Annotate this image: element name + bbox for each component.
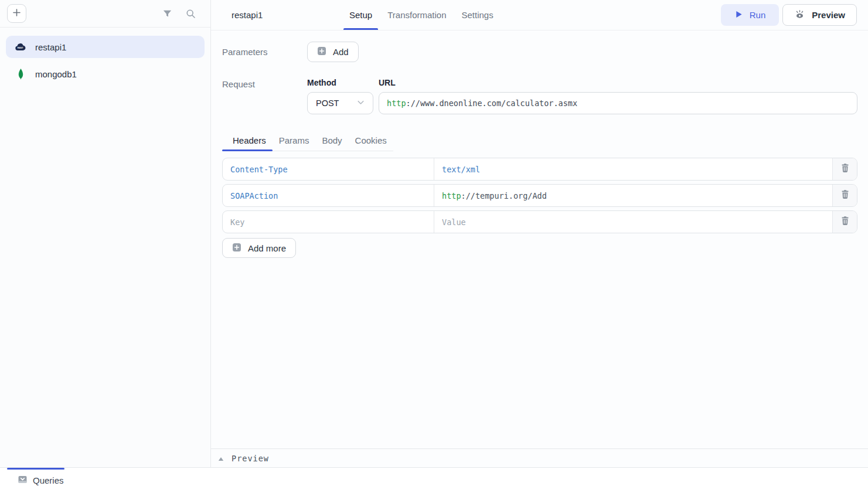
value-scheme: http (442, 191, 461, 200)
url-label: URL (379, 78, 857, 87)
rest-api-cloud-icon: REST (14, 43, 27, 52)
sidebar-item-label: restapi1 (35, 42, 66, 52)
header-key-input[interactable] (223, 217, 434, 227)
header-value-field (434, 211, 833, 233)
active-bottom-tab-indicator (7, 468, 64, 470)
subtab-headers[interactable]: Headers (222, 130, 273, 151)
request-fields: Method POST URL http://www.dne (307, 78, 857, 114)
filter-icon[interactable] (161, 8, 173, 19)
url-scheme: http (387, 98, 406, 108)
query-list: REST restapi1 mongodb1 (0, 28, 210, 93)
trash-icon (840, 216, 850, 228)
preview-panel-label: Preview (232, 454, 269, 463)
plus-icon (12, 8, 21, 19)
run-button[interactable]: Run (721, 4, 780, 26)
sidebar-item-restapi1[interactable]: REST restapi1 (6, 36, 205, 58)
add-parameter-label: Add (333, 47, 349, 57)
queries-tray-icon (18, 475, 28, 487)
trash-icon (840, 189, 850, 202)
subtab-cookies[interactable]: Cookies (349, 130, 393, 151)
page-title: restapi1 (232, 0, 343, 30)
bottom-tab-queries[interactable]: Queries (33, 475, 64, 485)
add-more-button[interactable]: Add more (222, 238, 296, 258)
header-row-2: SOAPAction http://tempuri.org/Add (222, 184, 857, 207)
url-group: URL http://www.dneonline.com/calculator.… (379, 78, 857, 114)
mongodb-leaf-icon (14, 67, 27, 81)
header-row-1: Content-Type text/xml (222, 158, 857, 181)
sidebar-item-label: mongodb1 (35, 69, 77, 79)
subtab-params[interactable]: Params (273, 130, 316, 151)
header-value-input[interactable] (434, 217, 832, 227)
header-key-field (223, 211, 434, 233)
header-key-field[interactable]: Content-Type (223, 158, 434, 180)
eye-icon (794, 9, 805, 21)
play-icon (734, 10, 743, 21)
run-button-label: Run (750, 10, 766, 20)
header-actions: Run Preview (721, 0, 857, 30)
parameters-row: Parameters Add (222, 42, 857, 62)
add-more-wrap: Add more (222, 238, 857, 258)
preview-button-label: Preview (812, 10, 845, 20)
header-value-field[interactable]: text/xml (434, 158, 833, 180)
search-icon[interactable] (185, 8, 196, 19)
app-body: REST restapi1 mongodb1 restapi1 Setup T (0, 0, 868, 467)
plus-square-icon (232, 243, 241, 254)
delete-row-button[interactable] (833, 211, 857, 233)
request-subtabs: Headers Params Body Cookies (222, 130, 393, 151)
method-select[interactable]: POST (307, 92, 373, 114)
sidebar: REST restapi1 mongodb1 (0, 0, 211, 467)
value-rest: ://tempuri.org/Add (461, 191, 547, 200)
header-value-field[interactable]: http://tempuri.org/Add (434, 185, 833, 206)
subtab-body[interactable]: Body (315, 130, 348, 151)
tab-setup[interactable]: Setup (343, 0, 378, 30)
add-more-label: Add more (248, 243, 286, 253)
url-input[interactable]: http://www.dneonline.com/calculator.asmx (379, 92, 857, 114)
method-selected-value: POST (316, 98, 339, 108)
setup-content: Parameters Add Request Method (211, 30, 868, 448)
plus-square-icon (317, 46, 326, 57)
parameters-label: Parameters (222, 42, 307, 62)
method-label: Method (307, 78, 373, 87)
preview-panel-toggle[interactable]: Preview (211, 448, 868, 467)
main-tabs: Setup Transformation Settings (343, 0, 499, 30)
tab-settings[interactable]: Settings (456, 0, 499, 30)
request-label: Request (222, 78, 307, 114)
svg-text:REST: REST (18, 47, 24, 49)
method-group: Method POST (307, 78, 373, 114)
app-window: REST restapi1 mongodb1 restapi1 Setup T (0, 0, 868, 493)
preview-button[interactable]: Preview (782, 4, 857, 26)
delete-row-button[interactable] (833, 158, 857, 180)
header-key-field[interactable]: SOAPAction (223, 185, 434, 206)
sidebar-header (0, 0, 210, 28)
main-panel: restapi1 Setup Transformation Settings R… (211, 0, 868, 467)
headers-table: Content-Type text/xml SOAPAction http://… (222, 158, 857, 233)
chevron-down-icon (356, 97, 366, 109)
add-query-button[interactable] (7, 4, 26, 23)
bottom-bar: Queries (0, 467, 868, 493)
tab-transformation[interactable]: Transformation (382, 0, 452, 30)
url-rest: ://www.dneonline.com/calculator.asmx (406, 98, 578, 108)
caret-up-icon (218, 453, 224, 464)
sidebar-item-mongodb1[interactable]: mongodb1 (6, 63, 205, 85)
trash-icon (840, 163, 850, 175)
request-row: Request Method POST URL (222, 78, 857, 114)
header-row-3 (222, 210, 857, 233)
main-header: restapi1 Setup Transformation Settings R… (211, 0, 868, 30)
delete-row-button[interactable] (833, 185, 857, 206)
add-parameter-button[interactable]: Add (307, 42, 359, 62)
